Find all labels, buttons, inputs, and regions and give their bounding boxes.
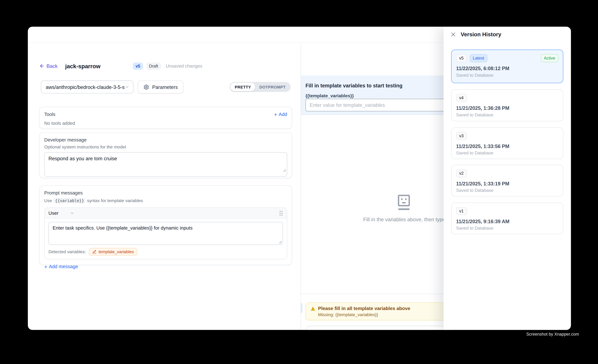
prompt-messages-subtitle: Use {{variable}} syntax for template var…: [44, 198, 287, 203]
empty-state-text: Fill in the variables above, then type: [363, 217, 445, 222]
prompt-messages-title: Prompt messages: [44, 190, 287, 196]
warning-triangle-icon: [310, 306, 315, 311]
version-history-panel: Version History v5 Latest Active 11/22/2…: [444, 27, 571, 330]
version-number-badge: v2: [456, 169, 467, 177]
robot-face-icon: [397, 195, 411, 211]
template-variable-input[interactable]: [306, 99, 450, 111]
version-timestamp: 11/21/2025, 1:33:19 PM: [456, 181, 558, 186]
version-card-v3[interactable]: v3 11/21/2025, 1:33:56 PM Saved to Datab…: [451, 127, 563, 159]
add-tool-label: Add: [279, 112, 287, 117]
drag-grip-icon[interactable]: [279, 210, 283, 216]
detected-variables-row: Detected variables: template_variables: [45, 245, 287, 259]
unsaved-changes-text: Unsaved changes: [166, 63, 202, 69]
version-status: Saved to Database: [456, 151, 558, 155]
variable-name-label: {{template_variables}}: [306, 93, 354, 99]
version-timestamp: 11/21/2025, 1:36:28 PM: [456, 105, 558, 111]
detected-variables-label: Detected variables:: [48, 249, 86, 254]
parameters-button[interactable]: Parameters: [138, 81, 183, 93]
template-warning: Please fill in all template variables ab…: [306, 302, 450, 320]
format-toggle: PRETTY DOTPROMPT: [230, 82, 291, 92]
version-timestamp: 11/21/2025, 9:16:39 AM: [456, 219, 558, 224]
model-toolbar: aws/anthropic/bedrock-claude-3-5-s... Pa…: [41, 81, 292, 93]
screenshot-stage: Back jack-sparrow v5 Draft Unsaved chang…: [0, 0, 598, 364]
developer-message-subtitle: Optional system instructions for the mod…: [44, 145, 287, 149]
add-message-button[interactable]: + Add message: [44, 264, 78, 269]
version-number-badge: v1: [456, 207, 467, 215]
variable-syntax-chip: {{variable}}: [54, 198, 85, 203]
version-number-badge: v4: [456, 94, 467, 102]
chevron-down-icon[interactable]: [70, 211, 75, 215]
version-card-v5[interactable]: v5 Latest Active 11/22/2025, 6:08:12 PM …: [451, 50, 563, 83]
version-number-badge: v3: [456, 132, 467, 140]
version-status: Saved to Database: [456, 188, 558, 193]
gear-icon: [143, 84, 149, 90]
arrow-left-icon: [39, 63, 45, 69]
model-selector-value: aws/anthropic/bedrock-claude-3-5-s...: [46, 84, 125, 90]
chevron-down-icon: [125, 85, 129, 89]
parameters-label: Parameters: [152, 84, 178, 90]
latest-badge: Latest: [470, 54, 487, 62]
developer-message-card: Developer message Optional system instru…: [39, 132, 292, 178]
toggle-pretty[interactable]: PRETTY: [231, 83, 255, 91]
message-role-header: User: [45, 208, 287, 219]
prompt-message-block: User Enter task specifics. Use {{templat…: [44, 207, 287, 259]
version-history-title: Version History: [461, 31, 501, 37]
version-status: Saved to Database: [456, 226, 558, 230]
active-badge: Active: [541, 54, 558, 62]
version-status: Saved to Database: [456, 73, 558, 77]
detected-variable-name: template_variables: [99, 249, 134, 254]
banner-title: Fill in template variables to start test…: [306, 83, 403, 89]
tools-card: Tools + Add No tools added: [39, 107, 292, 129]
add-tool-button[interactable]: + Add: [274, 112, 287, 117]
watermark-text: Screenshot by Xnapper.com: [526, 332, 579, 336]
message-composer-input[interactable]: [307, 326, 451, 330]
developer-message-input[interactable]: Respond as you are tom cruise: [44, 152, 287, 177]
version-number-badge: v5: [456, 54, 467, 62]
toggle-dotprompt[interactable]: DOTPROMPT: [255, 83, 290, 91]
clipped-edge-element: [301, 303, 302, 313]
version-timestamp: 11/22/2025, 6:08:12 PM: [456, 66, 558, 71]
developer-message-title: Developer message: [44, 137, 287, 143]
message-role-select[interactable]: User: [48, 210, 58, 216]
version-card-v1[interactable]: v1 11/21/2025, 9:16:39 AM Saved to Datab…: [451, 203, 563, 234]
warning-detail: Missing: {{template_variables}}: [318, 312, 445, 317]
page-title: jack-sparrow: [65, 63, 100, 69]
close-icon[interactable]: [450, 32, 456, 37]
version-badge: v5: [133, 62, 143, 70]
version-status: Saved to Database: [456, 113, 558, 117]
app-window: Back jack-sparrow v5 Draft Unsaved chang…: [28, 27, 571, 330]
draft-badge: Draft: [146, 62, 161, 70]
prompt-messages-card: Prompt messages Use {{variable}} syntax …: [39, 185, 292, 265]
back-button[interactable]: Back: [39, 63, 58, 69]
warning-title: Please fill in all template variables ab…: [318, 306, 410, 311]
tools-empty-text: No tools added: [44, 121, 287, 126]
plus-icon: +: [44, 264, 47, 269]
version-timestamp: 11/21/2025, 1:33:56 PM: [456, 143, 558, 149]
plus-icon: +: [274, 112, 277, 117]
pencil-icon: [92, 250, 97, 254]
detected-variable-chip[interactable]: template_variables: [89, 248, 137, 256]
user-message-input[interactable]: Enter task specifics. Use {{template_var…: [48, 222, 283, 245]
prompt-title-row: Back jack-sparrow v5 Draft Unsaved chang…: [39, 61, 202, 71]
add-message-label: Add message: [49, 264, 78, 269]
model-selector[interactable]: aws/anthropic/bedrock-claude-3-5-s...: [41, 81, 133, 93]
tools-title: Tools: [44, 112, 55, 117]
version-card-v4[interactable]: v4 11/21/2025, 1:36:28 PM Saved to Datab…: [451, 89, 563, 121]
back-label: Back: [47, 63, 58, 69]
version-card-v2[interactable]: v2 11/21/2025, 1:33:19 PM Saved to Datab…: [451, 165, 563, 196]
